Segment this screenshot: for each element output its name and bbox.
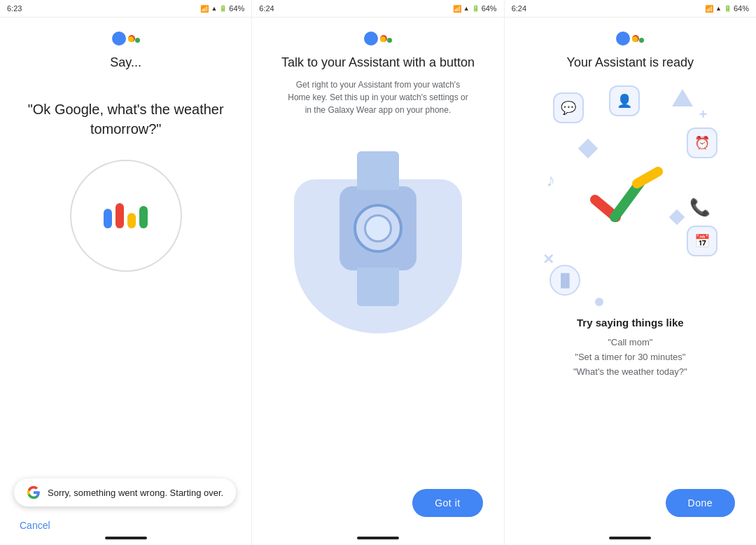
watch-inner [364, 214, 392, 242]
status-panel-3: 6:24 📶 ▲ 🔋 64% [505, 0, 756, 17]
got-it-button[interactable]: Got it [412, 489, 482, 517]
panel-title-2: Talk to your Assistant with a button [281, 55, 475, 70]
watch-face [354, 204, 402, 253]
main-content: Say... "Ok Google, what's the weather to… [0, 17, 756, 545]
error-toast: Sorry, something went wrong. Starting ov… [14, 478, 236, 506]
alarm-icon: ⏰ [687, 127, 718, 158]
voice-bars [104, 203, 148, 228]
panel-title-1: Say... [110, 55, 141, 70]
logo-dots-right-3 [632, 35, 644, 43]
x-mark: ✕ [542, 251, 554, 268]
plus-icon: + [699, 106, 708, 123]
checkmark-svg [588, 165, 672, 228]
signal-icon-1: ▲ [211, 5, 217, 12]
person-icon: 👤 [609, 85, 640, 116]
ready-illustration: 💬 👤 + ♪ ⏰ 📞 📅 ▐▌ ✕ [539, 85, 721, 310]
google-logo-icon [27, 485, 41, 499]
bottom-bar-2 [357, 537, 399, 539]
logo-dot-blue-2 [364, 32, 378, 46]
assistant-logo-3 [616, 32, 644, 46]
bottom-bar-1 [105, 537, 147, 539]
battery-pct-1: 64% [229, 4, 244, 13]
calendar-icon: 📅 [687, 226, 718, 256]
logo-dots-right-2 [380, 35, 392, 43]
voice-circle [70, 160, 182, 272]
voice-query: "Ok Google, what's the weather tomorrow?… [14, 99, 237, 139]
bar-yellow [127, 213, 136, 228]
bar-green [139, 206, 148, 228]
watch-illustration [287, 137, 469, 361]
battery-icon-2: 🔋 [472, 5, 479, 12]
try-saying-title: Try saying things like [573, 317, 687, 329]
logo-dot-blue-1 [112, 32, 126, 46]
panel-subtitle-2: Get right to your Assistant from your wa… [287, 78, 469, 116]
panel-ready: Your Assistant is ready 💬 👤 + ♪ ⏰ 📞 📅 ▐▌ [505, 18, 756, 545]
assistant-logo-1 [112, 32, 140, 46]
logo-dot-green-3 [639, 38, 644, 43]
wifi-icon-2: 📶 [453, 5, 461, 13]
status-bar: 6:23 📶 ▲ 🔋 64% 6:24 📶 ▲ 🔋 64% 6:24 📶 ▲ 🔋… [0, 0, 756, 17]
logo-dots-right-1 [128, 35, 140, 43]
watch-band-top [357, 151, 399, 190]
try-saying-section: Try saying things like "Call mom" "Set a… [573, 317, 687, 381]
colorful-checkmark [588, 165, 672, 230]
suggestion-3: "What's the weather today?" [573, 366, 687, 377]
done-button[interactable]: Done [666, 489, 735, 517]
logo-dot-yellow-1 [128, 36, 134, 42]
panel-title-3: Your Assistant is ready [567, 55, 694, 70]
time-3: 6:24 [512, 4, 526, 13]
bar-red [115, 203, 124, 228]
logo-dot-yellow-2 [380, 36, 386, 42]
triangle-shape [672, 89, 693, 106]
logo-dot-green-1 [135, 38, 140, 43]
bar-blue [104, 209, 112, 228]
logo-dot-yellow-3 [632, 36, 638, 42]
signal-icon-2: ▲ [463, 5, 470, 12]
wifi-icon-1: 📶 [200, 5, 209, 13]
battery-icon-1: 🔋 [219, 5, 227, 12]
panel-button: Talk to your Assistant with a button Get… [252, 18, 504, 545]
dot-shape [595, 298, 603, 306]
time-1: 6:23 [7, 4, 22, 13]
music-icon: ♪ [546, 170, 555, 191]
icons-2: 📶 ▲ 🔋 64% [453, 4, 497, 13]
watch-band-bottom [357, 268, 399, 306]
wifi-icon-3: 📶 [705, 5, 713, 13]
assistant-logo-2 [364, 32, 392, 46]
battery-pct-2: 64% [482, 4, 497, 13]
soundbar-icon: ▐▌ [550, 265, 580, 296]
time-2: 6:24 [259, 4, 274, 13]
cancel-link[interactable]: Cancel [20, 520, 50, 531]
bottom-bar-3 [609, 537, 651, 539]
logo-dot-blue-3 [616, 32, 630, 46]
diamond-shape-1 [578, 139, 598, 158]
phone-icon: 📞 [690, 198, 710, 217]
battery-icon-3: 🔋 [724, 5, 732, 12]
panel-say: Say... "Ok Google, what's the weather to… [0, 18, 252, 545]
watch-case [340, 186, 416, 270]
status-panel-1: 6:23 📶 ▲ 🔋 64% [0, 0, 252, 17]
error-toast-text: Sorry, something went wrong. Starting ov… [48, 488, 223, 498]
battery-pct-3: 64% [734, 4, 749, 13]
suggestion-2: "Set a timer for 30 minutes" [573, 352, 687, 362]
suggestion-1: "Call mom" [573, 337, 687, 347]
status-panel-2: 6:24 📶 ▲ 🔋 64% [252, 0, 504, 17]
signal-icon-3: ▲ [715, 5, 722, 12]
chat-icon: 💬 [553, 92, 584, 123]
logo-dot-green-2 [387, 38, 392, 43]
icons-3: 📶 ▲ 🔋 64% [705, 4, 749, 13]
icons-1: 📶 ▲ 🔋 64% [200, 4, 244, 13]
